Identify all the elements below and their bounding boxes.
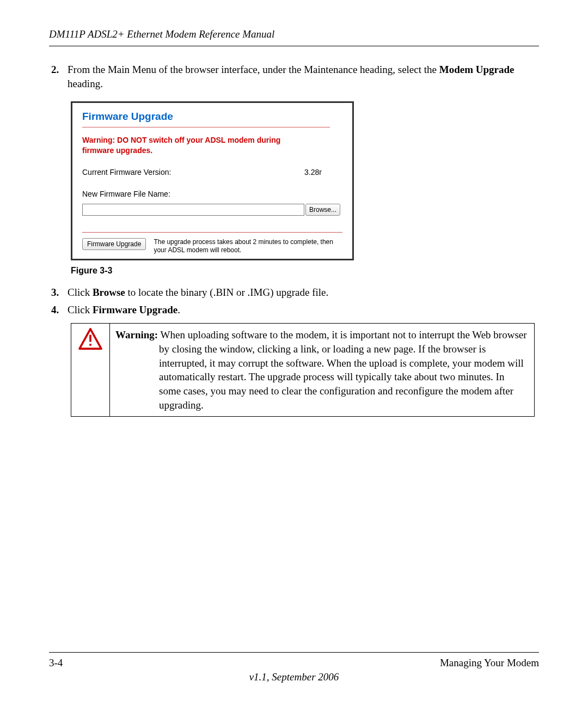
warning-text-cell: Warning: When uploading software to the … xyxy=(110,324,535,417)
upgrade-note-text: The upgrade process takes about 2 minute… xyxy=(154,238,342,254)
version-line: v1.1, September 2006 xyxy=(49,671,539,683)
step-4-number: 4. xyxy=(51,303,68,317)
firmware-warning-text: Warning: DO NOT switch off your ADSL mod… xyxy=(82,135,311,156)
current-version-value: 3.28r xyxy=(304,168,322,176)
step-3-pre: Click xyxy=(68,287,93,298)
step-2-bold: Modem Upgrade xyxy=(439,64,514,75)
separator-line xyxy=(82,127,330,127)
firmware-upgrade-screenshot: Firmware Upgrade Warning: DO NOT switch … xyxy=(71,101,354,260)
warning-icon-cell xyxy=(71,324,110,417)
new-file-label: New Firmware File Name: xyxy=(82,190,170,198)
running-header: DM111P ADSL2+ Ethernet Modem Reference M… xyxy=(49,28,539,46)
step-2-post: heading. xyxy=(68,78,103,89)
figure-caption: Figure 3-3 xyxy=(71,266,539,276)
warning-label: Warning: xyxy=(115,329,158,340)
step-3-post: to locate the binary (.BIN or .IMG) upgr… xyxy=(125,287,329,298)
firmware-upgrade-button[interactable]: Firmware Upgrade xyxy=(82,238,146,250)
firmware-upgrade-title: Firmware Upgrade xyxy=(82,111,342,123)
step-4-bold: Firmware Upgrade xyxy=(93,304,177,315)
page-number: 3-4 xyxy=(49,657,63,669)
section-title: Managing Your Modem xyxy=(440,657,539,669)
warning-triangle-icon xyxy=(78,328,102,350)
step-2-text: From the Main Menu of the browser interf… xyxy=(68,63,539,90)
step-2-pre: From the Main Menu of the browser interf… xyxy=(68,64,439,75)
step-3-text: Click Browse to locate the binary (.BIN … xyxy=(68,285,539,300)
warning-body: When uploading software to the modem, it… xyxy=(158,329,526,410)
step-4-post: . xyxy=(177,304,180,315)
step-4-pre: Click xyxy=(68,304,93,315)
browse-button[interactable]: Browse... xyxy=(305,204,340,216)
step-3-number: 3. xyxy=(51,285,68,300)
warning-table: Warning: When uploading software to the … xyxy=(71,323,535,417)
step-4-text: Click Firmware Upgrade. xyxy=(68,303,539,317)
svg-rect-2 xyxy=(89,344,91,346)
current-version-label: Current Firmware Version: xyxy=(82,168,171,176)
step-2-number: 2. xyxy=(51,63,68,90)
footer-rule xyxy=(49,652,539,653)
firmware-file-input[interactable] xyxy=(82,204,304,216)
step-3-bold: Browse xyxy=(93,287,125,298)
svg-rect-1 xyxy=(89,335,91,342)
